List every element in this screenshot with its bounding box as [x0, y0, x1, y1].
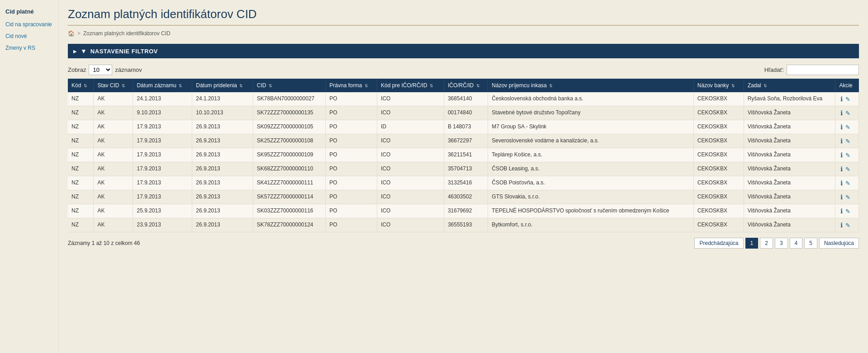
cell-datum_zaznamu: 17.9.2013 [133, 190, 192, 204]
breadcrumb-current: Zoznam platných identifikátorov CID [83, 30, 171, 37]
sort-icon-banka[interactable]: ⇅ [731, 84, 735, 88]
sort-icon-datum-pri[interactable]: ⇅ [239, 84, 243, 88]
info-button[interactable]: ℹ [839, 179, 844, 187]
info-button[interactable]: ℹ [839, 207, 844, 215]
table-row: NZAK17.9.201326.9.2013SK95ZZZ70000000109… [68, 148, 859, 162]
cell-nazov_prijemcu: Stavebné bytové družstvo Topoľčany [488, 106, 694, 120]
sidebar-item-zmeny-v-rs[interactable]: Zmeny v RS [0, 42, 58, 54]
page-button-4[interactable]: 4 [790, 238, 803, 249]
page-button-2[interactable]: 2 [760, 238, 773, 249]
cell-akcie: ℹ✎ [835, 134, 859, 148]
cell-datum_pridelenia: 26.9.2013 [192, 190, 253, 204]
edit-button[interactable]: ✎ [844, 124, 852, 131]
cell-zadal: Ryšavá Soňa, Rozborilová Eva [744, 92, 835, 106]
edit-button[interactable]: ✎ [844, 96, 852, 103]
info-button[interactable]: ℹ [839, 151, 844, 159]
cell-pravna_forma: PO [326, 92, 377, 106]
info-button[interactable]: ℹ [839, 221, 844, 229]
edit-button[interactable]: ✎ [844, 194, 852, 201]
cell-pravna_forma: PO [326, 106, 377, 120]
cell-nazov_banky: CEKOSKBX [693, 134, 744, 148]
cell-datum_zaznamu: 17.9.2013 [133, 176, 192, 190]
data-table: Kód ⇅ Stav CID ⇅ Dátum záznamu ⇅ Dátum p… [68, 79, 859, 232]
sort-icon-datum-zaz[interactable]: ⇅ [179, 84, 182, 88]
cell-kod_pre_ico: ICO [377, 148, 444, 162]
table-row: NZAK9.10.201310.10.2013SK72ZZZ7000000013… [68, 106, 859, 120]
cell-kod_pre_ico: ICO [377, 176, 444, 190]
sidebar-item-cid-na-spracovanie[interactable]: Cid na spracovanie [0, 19, 58, 30]
next-page-button[interactable]: Nasledujúca [819, 238, 859, 249]
sort-icon-cid[interactable]: ⇅ [269, 84, 272, 88]
col-kod: Kód ⇅ [68, 79, 94, 92]
cell-nazov_banky: CEKOSKBX [693, 162, 744, 176]
page-button-1[interactable]: 1 [745, 238, 759, 249]
filter-bar[interactable]: ▶ ▼ NASTAVENIE FILTROV [68, 44, 859, 58]
table-row: NZAK17.9.201326.9.2013SK68ZZZ70000000110… [68, 162, 859, 176]
cell-akcie: ℹ✎ [835, 92, 859, 106]
show-select[interactable]: 10 25 50 100 [89, 65, 112, 75]
cell-stav_cid: AK [94, 92, 133, 106]
col-akcie: Akcie [835, 79, 859, 92]
info-button[interactable]: ℹ [839, 193, 844, 201]
sort-icon-pf[interactable]: ⇅ [365, 84, 368, 88]
cell-ico_rc_id: 36211541 [444, 148, 488, 162]
cell-stav_cid: AK [94, 176, 133, 190]
cell-cid: SK25ZZZ70000000108 [253, 134, 326, 148]
sort-icon-stav[interactable]: ⇅ [122, 84, 125, 88]
prev-page-button[interactable]: Predchádzajúca [694, 238, 743, 249]
breadcrumb: 🏠 > Zoznam platných identifikátorov CID [68, 30, 859, 37]
cell-stav_cid: AK [94, 190, 133, 204]
cell-kod: NZ [68, 148, 94, 162]
cell-kod_pre_ico: ICO [377, 218, 444, 232]
cell-zadal: Višňovská Žaneta [744, 120, 835, 134]
cell-akcie: ℹ✎ [835, 148, 859, 162]
cell-ico_rc_id: 36672297 [444, 134, 488, 148]
col-datum-zaznamu: Dátum záznamu ⇅ [133, 79, 192, 92]
cell-cid: SK68ZZZ70000000110 [253, 162, 326, 176]
cell-cid: SK57ZZZ70000000114 [253, 190, 326, 204]
cell-pravna_forma: PO [326, 176, 377, 190]
info-button[interactable]: ℹ [839, 95, 844, 103]
sort-icon-ico-kod[interactable]: ⇅ [430, 84, 433, 88]
cell-stav_cid: AK [94, 120, 133, 134]
col-datum-pridelenia: Dátum pridelenia ⇅ [192, 79, 253, 92]
table-row: NZAK17.9.201326.9.2013SK57ZZZ70000000114… [68, 190, 859, 204]
info-button[interactable]: ℹ [839, 109, 844, 117]
table-row: NZAK17.9.201326.9.2013SK25ZZZ70000000108… [68, 134, 859, 148]
cell-stav_cid: AK [94, 204, 133, 218]
sort-icon-kod[interactable]: ⇅ [84, 84, 87, 88]
edit-button[interactable]: ✎ [844, 180, 852, 187]
cell-stav_cid: AK [94, 106, 133, 120]
page-button-3[interactable]: 3 [775, 238, 788, 249]
cell-akcie: ℹ✎ [835, 120, 859, 134]
edit-button[interactable]: ✎ [844, 152, 852, 159]
cell-nazov_prijemcu: Teplárep Košice, a.s. [488, 148, 694, 162]
table-row: NZAK17.9.201326.9.2013SK09ZZZ70000000105… [68, 120, 859, 134]
sort-icon-nazov[interactable]: ⇅ [549, 84, 553, 88]
controls-row: Zobraz 10 25 50 100 záznamov Hľadať: [68, 65, 859, 75]
cell-ico_rc_id: 31679692 [444, 204, 488, 218]
info-button[interactable]: ℹ [839, 137, 844, 145]
edit-button[interactable]: ✎ [844, 166, 852, 173]
sort-icon-ico[interactable]: ⇅ [476, 84, 480, 88]
page-button-5[interactable]: 5 [804, 238, 817, 249]
cell-datum_zaznamu: 23.9.2013 [133, 218, 192, 232]
edit-button[interactable]: ✎ [844, 222, 852, 229]
search-input[interactable] [787, 65, 859, 75]
table-footer: Záznamy 1 až 10 z celkom 46 Predchádzajú… [68, 238, 859, 249]
col-nazov-prijemcu: Názov príjemcu inkasa ⇅ [488, 79, 694, 92]
breadcrumb-home-icon[interactable]: 🏠 [68, 30, 75, 37]
col-stav-cid: Stav CID ⇅ [94, 79, 133, 92]
sort-icon-zadal[interactable]: ⇅ [764, 84, 767, 88]
cell-datum_pridelenia: 26.9.2013 [192, 120, 253, 134]
info-button[interactable]: ℹ [839, 123, 844, 131]
cell-cid: SK41ZZZ70000000111 [253, 176, 326, 190]
edit-button[interactable]: ✎ [844, 138, 852, 145]
cell-nazov_banky: CEKOSKBX [693, 190, 744, 204]
cell-ico_rc_id: 35704713 [444, 162, 488, 176]
edit-button[interactable]: ✎ [844, 208, 852, 215]
info-button[interactable]: ℹ [839, 165, 844, 173]
cell-datum_zaznamu: 24.1.2013 [133, 92, 192, 106]
sidebar-item-cid-nove[interactable]: Cid nové [0, 30, 58, 42]
edit-button[interactable]: ✎ [844, 110, 852, 117]
